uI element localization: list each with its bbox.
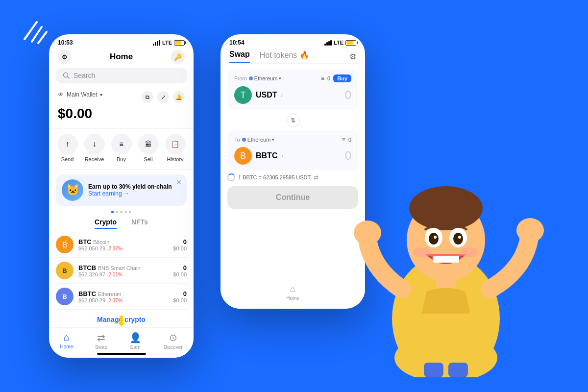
bbtc-token-logo: B xyxy=(234,147,252,165)
receive-action[interactable]: ↓ Receive xyxy=(84,134,105,162)
crypto-item-btc[interactable]: ₿ BTC Bitcoin $62,050.29 -2.37% 0 $0.00 xyxy=(56,232,187,258)
svg-rect-37 xyxy=(448,363,468,377)
svg-line-2 xyxy=(38,32,47,43)
tab-hot-tokens[interactable]: Hot tokens 🔥 xyxy=(260,50,309,63)
svg-rect-36 xyxy=(424,363,443,377)
key-button[interactable]: 🔑 xyxy=(171,50,185,64)
usdt-logo: T xyxy=(234,86,252,104)
sell-icon: 🏛 xyxy=(138,134,159,154)
promo-banner: 🐱 Earn up to 30% yield on-chain Start ea… xyxy=(56,174,187,206)
history-action[interactable]: 📋 History xyxy=(165,134,186,162)
svg-point-32 xyxy=(354,220,381,245)
to-card: To Ethereum ▾ ≡ 0 B BBTC › 0 xyxy=(227,130,358,171)
buy-button[interactable]: Buy xyxy=(333,74,351,82)
continue-button[interactable]: Continue xyxy=(227,186,358,209)
bbtc-info: BBTC Ethereum $62,050.29 -2.37% xyxy=(78,290,168,303)
bbtc-value: 0 $0.00 xyxy=(173,290,187,303)
wallet-balance: $0.00 xyxy=(58,106,185,122)
btc-logo: ₿ xyxy=(56,236,74,253)
dot-3 xyxy=(120,211,122,213)
crypto-item-bbtc[interactable]: B BBTC Ethereum $62,050.29 -2.37% 0 $0.0… xyxy=(56,284,187,310)
usdt-chevron: › xyxy=(281,93,283,98)
signal-icon-right xyxy=(324,40,332,46)
wallet-label: 👁 Main Wallet ▾ xyxy=(58,91,102,98)
bbtc-chevron: › xyxy=(281,153,283,159)
btcb-logo: B xyxy=(56,262,74,279)
settings-button[interactable]: ⚙ xyxy=(58,50,72,64)
svg-point-28 xyxy=(458,236,461,239)
lte-label-left: LTE xyxy=(162,40,172,46)
expand-button[interactable]: ⤢ xyxy=(157,91,169,103)
from-balance: ≡ 0 Buy xyxy=(321,74,351,82)
home-indicator-left xyxy=(97,353,146,355)
signal-icon xyxy=(153,40,160,46)
crypto-list: ₿ BTC Bitcoin $62,050.29 -2.37% 0 $0.00 … xyxy=(49,232,194,310)
btc-info: BTC Bitcoin $62,050.29 -2.37% xyxy=(78,238,168,251)
rate-refresh-icon[interactable]: ⇄ xyxy=(314,174,318,181)
from-network[interactable]: Ethereum ▾ xyxy=(249,75,282,81)
svg-rect-3 xyxy=(153,44,154,46)
buy-action[interactable]: ≡ Buy xyxy=(111,134,132,162)
svg-point-30 xyxy=(414,247,431,257)
swap-tabs: Swap Hot tokens 🔥 ⚙ xyxy=(220,48,365,63)
bell-button[interactable]: 🔔 xyxy=(173,91,185,103)
svg-rect-10 xyxy=(326,42,328,46)
battery-icon-left xyxy=(174,40,185,46)
time-left: 10:53 xyxy=(58,39,73,46)
tab-swap[interactable]: Swap xyxy=(229,50,250,63)
page-title-left: Home xyxy=(110,52,133,62)
to-network[interactable]: Ethereum ▾ xyxy=(242,137,275,143)
from-token-row: T USDT › 0 xyxy=(234,86,351,104)
swap-direction-toggle[interactable]: ⇅ xyxy=(220,113,365,128)
to-header: To Ethereum ▾ ≡ 0 xyxy=(234,136,351,143)
usdt-token-selector[interactable]: T USDT › xyxy=(234,86,283,104)
svg-point-33 xyxy=(516,218,544,243)
promo-close-button[interactable]: ✕ xyxy=(176,178,182,186)
search-bar[interactable]: Search xyxy=(56,68,187,83)
copy-button[interactable]: ⧉ xyxy=(142,91,153,103)
dot-2 xyxy=(116,211,118,213)
tab-crypto[interactable]: Crypto xyxy=(95,218,117,229)
svg-point-25 xyxy=(429,233,439,245)
swap-arrows-icon[interactable]: ⇅ xyxy=(286,114,300,127)
btc-value: 0 $0.00 xyxy=(173,238,187,251)
status-bar-left: 10:53 LTE xyxy=(49,34,194,48)
nav-discover[interactable]: ⊙ Discover xyxy=(164,332,183,350)
btcb-value: 0 $0.00 xyxy=(173,264,187,277)
svg-rect-11 xyxy=(328,41,330,46)
nav-home[interactable]: ⌂ Home xyxy=(60,332,73,350)
character-image xyxy=(343,132,549,377)
to-label: To Ethereum ▾ xyxy=(234,137,274,143)
swap-settings-button[interactable]: ⚙ xyxy=(349,52,356,61)
rate-text: 1 BBTC = 62305.29595 USDT xyxy=(238,174,311,180)
nav-swap[interactable]: ⇄ Swap xyxy=(95,332,107,350)
start-earning-link[interactable]: Start earning → xyxy=(88,190,181,197)
nav-earn[interactable]: 👤 Earn xyxy=(129,332,142,350)
buy-icon: ≡ xyxy=(111,134,132,154)
svg-rect-4 xyxy=(155,42,156,46)
from-header: From Ethereum ▾ ≡ 0 Buy xyxy=(234,74,351,82)
svg-point-26 xyxy=(453,233,463,245)
svg-point-27 xyxy=(434,236,437,239)
receive-icon: ↓ xyxy=(84,134,105,154)
svg-rect-6 xyxy=(159,40,160,46)
time-right: 10:54 xyxy=(229,39,245,46)
tab-nfts[interactable]: NFTs xyxy=(131,218,148,229)
svg-rect-12 xyxy=(330,40,332,46)
svg-rect-5 xyxy=(157,41,158,46)
crypto-item-btcb[interactable]: B BTCB BNB Smart Chain $62,320.97 -2.01%… xyxy=(56,258,187,284)
asset-tabs: Crypto NFTs xyxy=(49,213,194,232)
phone-header-left: ⚙ Home 🔑 xyxy=(49,48,194,68)
from-card: From Ethereum ▾ ≡ 0 Buy T USDT › 0 xyxy=(227,69,358,110)
send-icon: ↑ xyxy=(57,134,78,154)
sell-action[interactable]: 🏛 Sell xyxy=(138,134,159,162)
swap-nav-home[interactable]: ⌂ Home xyxy=(286,284,299,301)
send-action[interactable]: ↑ Send xyxy=(57,134,78,162)
promo-avatar: 🐱 xyxy=(62,179,83,201)
wallet-section: 👁 Main Wallet ▾ ⧉ ⤢ 🔔 $0.00 xyxy=(49,88,194,126)
status-bar-right: 10:54 LTE xyxy=(220,34,365,48)
swap-rate: 1 BBTC = 62305.29595 USDT ⇄ xyxy=(227,173,358,181)
bbtc-logo: B xyxy=(56,288,74,305)
bbtc-token-selector[interactable]: B BBTC › xyxy=(234,147,283,165)
history-icon: 📋 xyxy=(165,134,186,154)
